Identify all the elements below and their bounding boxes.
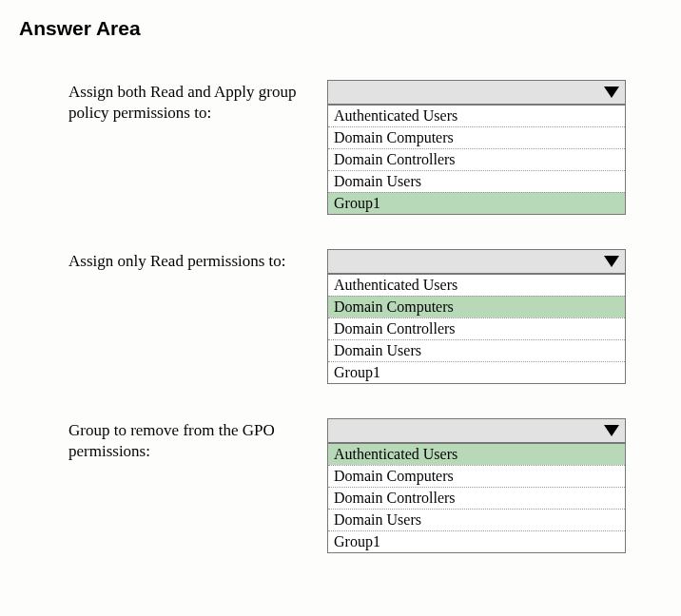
dropdown-option[interactable]: Domain Computers	[328, 465, 625, 487]
dropdown-list: Authenticated Users Domain Computers Dom…	[327, 274, 626, 384]
question-row: Assign both Read and Apply group policy …	[19, 80, 662, 215]
dropdown-option[interactable]: Authenticated Users	[328, 105, 625, 126]
dropdown-option[interactable]: Domain Computers	[328, 296, 625, 318]
dropdown-list: Authenticated Users Domain Computers Dom…	[327, 443, 626, 553]
dropdown-option[interactable]: Domain Computers	[328, 126, 625, 148]
chevron-down-icon	[604, 87, 619, 98]
dropdown-option[interactable]: Domain Users	[328, 339, 625, 361]
dropdown-option[interactable]: Group1	[328, 530, 625, 552]
dropdown-option[interactable]: Domain Users	[328, 509, 625, 530]
question-label: Group to remove from the GPO permissions…	[68, 418, 327, 462]
dropdown-option[interactable]: Domain Users	[328, 170, 625, 192]
question-label: Assign both Read and Apply group policy …	[68, 80, 327, 124]
question-row: Assign only Read permissions to: Authent…	[19, 249, 662, 384]
dropdown-option[interactable]: Group1	[328, 361, 625, 383]
dropdown-header[interactable]	[327, 80, 626, 105]
dropdown-header[interactable]	[327, 249, 626, 274]
dropdown-option[interactable]: Group1	[328, 192, 625, 214]
dropdown-option[interactable]: Authenticated Users	[328, 274, 625, 296]
chevron-down-icon	[604, 256, 619, 267]
dropdown: Authenticated Users Domain Computers Dom…	[327, 418, 626, 553]
dropdown-option[interactable]: Domain Controllers	[328, 318, 625, 339]
question-label: Assign only Read permissions to:	[68, 249, 327, 272]
dropdown-option[interactable]: Domain Controllers	[328, 148, 625, 170]
dropdown-option[interactable]: Domain Controllers	[328, 487, 625, 509]
dropdown: Authenticated Users Domain Computers Dom…	[327, 249, 626, 384]
question-row: Group to remove from the GPO permissions…	[19, 418, 662, 553]
dropdown: Authenticated Users Domain Computers Dom…	[327, 80, 626, 215]
dropdown-option[interactable]: Authenticated Users	[328, 443, 625, 465]
page-title: Answer Area	[19, 17, 662, 40]
dropdown-header[interactable]	[327, 418, 626, 443]
dropdown-list: Authenticated Users Domain Computers Dom…	[327, 105, 626, 215]
chevron-down-icon	[604, 425, 619, 436]
